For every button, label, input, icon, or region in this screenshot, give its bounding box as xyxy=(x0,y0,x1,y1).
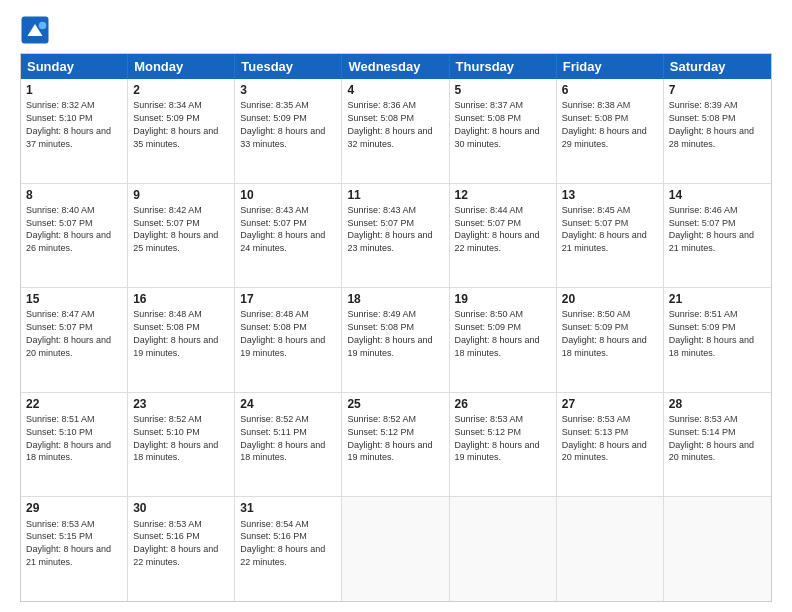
calendar-cell: 19 Sunrise: 8:50 AMSunset: 5:09 PMDaylig… xyxy=(450,288,557,392)
cell-info: Sunrise: 8:40 AMSunset: 5:07 PMDaylight:… xyxy=(26,205,111,253)
cell-info: Sunrise: 8:35 AMSunset: 5:09 PMDaylight:… xyxy=(240,100,325,148)
calendar: Sunday Monday Tuesday Wednesday Thursday… xyxy=(20,53,772,602)
cell-info: Sunrise: 8:43 AMSunset: 5:07 PMDaylight:… xyxy=(240,205,325,253)
cell-info: Sunrise: 8:48 AMSunset: 5:08 PMDaylight:… xyxy=(240,309,325,357)
calendar-cell: 9 Sunrise: 8:42 AMSunset: 5:07 PMDayligh… xyxy=(128,184,235,288)
cell-info: Sunrise: 8:52 AMSunset: 5:11 PMDaylight:… xyxy=(240,414,325,462)
day-number: 12 xyxy=(455,187,551,203)
calendar-cell: 12 Sunrise: 8:44 AMSunset: 5:07 PMDaylig… xyxy=(450,184,557,288)
day-number: 14 xyxy=(669,187,766,203)
calendar-cell: 27 Sunrise: 8:53 AMSunset: 5:13 PMDaylig… xyxy=(557,393,664,497)
day-number: 20 xyxy=(562,291,658,307)
day-number: 5 xyxy=(455,82,551,98)
calendar-cell: 3 Sunrise: 8:35 AMSunset: 5:09 PMDayligh… xyxy=(235,79,342,183)
day-number: 19 xyxy=(455,291,551,307)
day-number: 29 xyxy=(26,500,122,516)
cell-info: Sunrise: 8:45 AMSunset: 5:07 PMDaylight:… xyxy=(562,205,647,253)
cell-info: Sunrise: 8:54 AMSunset: 5:16 PMDaylight:… xyxy=(240,519,325,567)
cell-info: Sunrise: 8:42 AMSunset: 5:07 PMDaylight:… xyxy=(133,205,218,253)
cell-info: Sunrise: 8:43 AMSunset: 5:07 PMDaylight:… xyxy=(347,205,432,253)
cell-info: Sunrise: 8:48 AMSunset: 5:08 PMDaylight:… xyxy=(133,309,218,357)
day-number: 7 xyxy=(669,82,766,98)
cell-info: Sunrise: 8:46 AMSunset: 5:07 PMDaylight:… xyxy=(669,205,754,253)
header-monday: Monday xyxy=(128,54,235,79)
calendar-cell: 24 Sunrise: 8:52 AMSunset: 5:11 PMDaylig… xyxy=(235,393,342,497)
calendar-cell: 1 Sunrise: 8:32 AMSunset: 5:10 PMDayligh… xyxy=(21,79,128,183)
calendar-cell: 31 Sunrise: 8:54 AMSunset: 5:16 PMDaylig… xyxy=(235,497,342,601)
calendar-week-4: 22 Sunrise: 8:51 AMSunset: 5:10 PMDaylig… xyxy=(21,393,771,498)
calendar-cell: 21 Sunrise: 8:51 AMSunset: 5:09 PMDaylig… xyxy=(664,288,771,392)
cell-info: Sunrise: 8:52 AMSunset: 5:12 PMDaylight:… xyxy=(347,414,432,462)
cell-info: Sunrise: 8:34 AMSunset: 5:09 PMDaylight:… xyxy=(133,100,218,148)
header-tuesday: Tuesday xyxy=(235,54,342,79)
day-number: 3 xyxy=(240,82,336,98)
day-number: 15 xyxy=(26,291,122,307)
calendar-cell: 2 Sunrise: 8:34 AMSunset: 5:09 PMDayligh… xyxy=(128,79,235,183)
calendar-cell: 4 Sunrise: 8:36 AMSunset: 5:08 PMDayligh… xyxy=(342,79,449,183)
day-number: 6 xyxy=(562,82,658,98)
header-wednesday: Wednesday xyxy=(342,54,449,79)
cell-info: Sunrise: 8:53 AMSunset: 5:13 PMDaylight:… xyxy=(562,414,647,462)
header-sunday: Sunday xyxy=(21,54,128,79)
cell-info: Sunrise: 8:37 AMSunset: 5:08 PMDaylight:… xyxy=(455,100,540,148)
cell-info: Sunrise: 8:52 AMSunset: 5:10 PMDaylight:… xyxy=(133,414,218,462)
day-number: 27 xyxy=(562,396,658,412)
day-number: 31 xyxy=(240,500,336,516)
calendar-body: 1 Sunrise: 8:32 AMSunset: 5:10 PMDayligh… xyxy=(21,79,771,601)
calendar-cell: 22 Sunrise: 8:51 AMSunset: 5:10 PMDaylig… xyxy=(21,393,128,497)
calendar-cell: 26 Sunrise: 8:53 AMSunset: 5:12 PMDaylig… xyxy=(450,393,557,497)
calendar-cell: 17 Sunrise: 8:48 AMSunset: 5:08 PMDaylig… xyxy=(235,288,342,392)
day-number: 17 xyxy=(240,291,336,307)
day-number: 13 xyxy=(562,187,658,203)
cell-info: Sunrise: 8:53 AMSunset: 5:16 PMDaylight:… xyxy=(133,519,218,567)
calendar-cell: 5 Sunrise: 8:37 AMSunset: 5:08 PMDayligh… xyxy=(450,79,557,183)
day-number: 11 xyxy=(347,187,443,203)
day-number: 24 xyxy=(240,396,336,412)
header-thursday: Thursday xyxy=(450,54,557,79)
calendar-cell: 7 Sunrise: 8:39 AMSunset: 5:08 PMDayligh… xyxy=(664,79,771,183)
cell-info: Sunrise: 8:53 AMSunset: 5:12 PMDaylight:… xyxy=(455,414,540,462)
calendar-cell: 28 Sunrise: 8:53 AMSunset: 5:14 PMDaylig… xyxy=(664,393,771,497)
day-number: 18 xyxy=(347,291,443,307)
calendar-cell: 8 Sunrise: 8:40 AMSunset: 5:07 PMDayligh… xyxy=(21,184,128,288)
day-number: 9 xyxy=(133,187,229,203)
header-saturday: Saturday xyxy=(664,54,771,79)
page: Sunday Monday Tuesday Wednesday Thursday… xyxy=(0,0,792,612)
cell-info: Sunrise: 8:50 AMSunset: 5:09 PMDaylight:… xyxy=(562,309,647,357)
day-number: 25 xyxy=(347,396,443,412)
logo-icon xyxy=(20,15,50,45)
cell-info: Sunrise: 8:39 AMSunset: 5:08 PMDaylight:… xyxy=(669,100,754,148)
calendar-header: Sunday Monday Tuesday Wednesday Thursday… xyxy=(21,54,771,79)
calendar-cell xyxy=(342,497,449,601)
day-number: 2 xyxy=(133,82,229,98)
cell-info: Sunrise: 8:32 AMSunset: 5:10 PMDaylight:… xyxy=(26,100,111,148)
cell-info: Sunrise: 8:50 AMSunset: 5:09 PMDaylight:… xyxy=(455,309,540,357)
calendar-cell: 15 Sunrise: 8:47 AMSunset: 5:07 PMDaylig… xyxy=(21,288,128,392)
calendar-cell: 6 Sunrise: 8:38 AMSunset: 5:08 PMDayligh… xyxy=(557,79,664,183)
calendar-week-5: 29 Sunrise: 8:53 AMSunset: 5:15 PMDaylig… xyxy=(21,497,771,601)
calendar-week-2: 8 Sunrise: 8:40 AMSunset: 5:07 PMDayligh… xyxy=(21,184,771,289)
day-number: 16 xyxy=(133,291,229,307)
cell-info: Sunrise: 8:53 AMSunset: 5:14 PMDaylight:… xyxy=(669,414,754,462)
day-number: 30 xyxy=(133,500,229,516)
day-number: 28 xyxy=(669,396,766,412)
header-friday: Friday xyxy=(557,54,664,79)
calendar-week-3: 15 Sunrise: 8:47 AMSunset: 5:07 PMDaylig… xyxy=(21,288,771,393)
calendar-cell: 23 Sunrise: 8:52 AMSunset: 5:10 PMDaylig… xyxy=(128,393,235,497)
calendar-cell xyxy=(450,497,557,601)
cell-info: Sunrise: 8:53 AMSunset: 5:15 PMDaylight:… xyxy=(26,519,111,567)
cell-info: Sunrise: 8:51 AMSunset: 5:10 PMDaylight:… xyxy=(26,414,111,462)
day-number: 21 xyxy=(669,291,766,307)
day-number: 22 xyxy=(26,396,122,412)
calendar-cell: 18 Sunrise: 8:49 AMSunset: 5:08 PMDaylig… xyxy=(342,288,449,392)
day-number: 26 xyxy=(455,396,551,412)
calendar-cell: 14 Sunrise: 8:46 AMSunset: 5:07 PMDaylig… xyxy=(664,184,771,288)
calendar-cell: 16 Sunrise: 8:48 AMSunset: 5:08 PMDaylig… xyxy=(128,288,235,392)
cell-info: Sunrise: 8:44 AMSunset: 5:07 PMDaylight:… xyxy=(455,205,540,253)
calendar-cell: 11 Sunrise: 8:43 AMSunset: 5:07 PMDaylig… xyxy=(342,184,449,288)
cell-info: Sunrise: 8:47 AMSunset: 5:07 PMDaylight:… xyxy=(26,309,111,357)
calendar-cell: 10 Sunrise: 8:43 AMSunset: 5:07 PMDaylig… xyxy=(235,184,342,288)
svg-point-2 xyxy=(39,22,47,30)
header xyxy=(20,15,772,45)
calendar-cell: 25 Sunrise: 8:52 AMSunset: 5:12 PMDaylig… xyxy=(342,393,449,497)
